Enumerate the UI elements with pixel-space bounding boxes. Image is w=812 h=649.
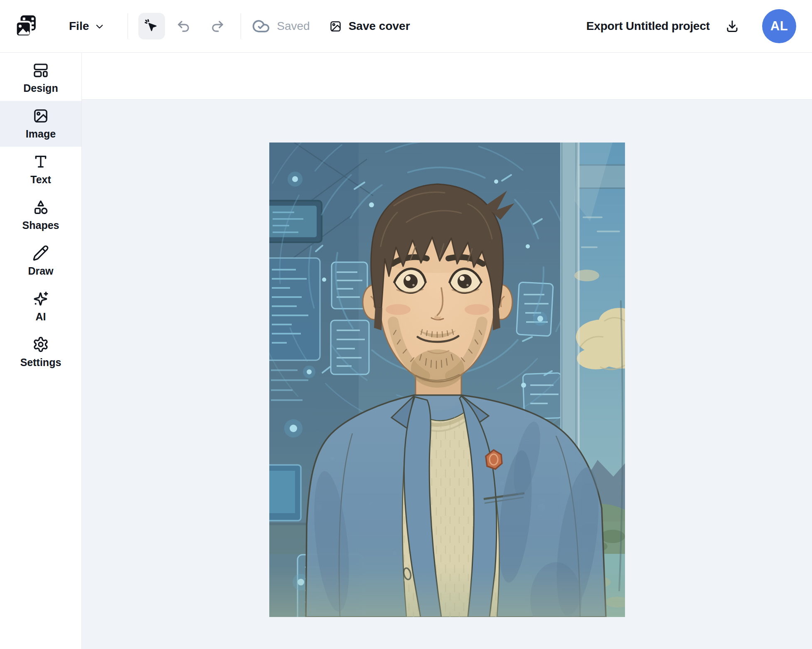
magic-cursor-icon xyxy=(144,19,159,34)
text-icon xyxy=(32,153,49,170)
image-editor-app: File xyxy=(0,0,812,649)
cover-image-icon xyxy=(329,20,342,33)
undo-button[interactable] xyxy=(170,13,197,39)
sidebar-item-label: AI xyxy=(36,311,46,323)
sidebar-item-image[interactable]: Image xyxy=(0,101,81,147)
top-toolbar: File xyxy=(0,0,812,53)
canvas-image[interactable] xyxy=(269,143,625,617)
toolbar-divider xyxy=(128,13,128,39)
context-toolbar xyxy=(82,53,812,100)
export-project-button[interactable]: Export Untitled project xyxy=(586,20,710,33)
sidebar-item-label: Text xyxy=(30,174,51,186)
editor-canvas[interactable] xyxy=(82,100,812,649)
chevron-down-icon xyxy=(94,21,105,32)
design-icon xyxy=(32,62,49,79)
sidebar-item-label: Settings xyxy=(20,356,62,369)
sidebar-item-label: Design xyxy=(23,82,58,94)
save-status-label: Saved xyxy=(277,20,310,33)
sidebar-item-label: Image xyxy=(26,128,56,140)
sidebar-item-draw[interactable]: Draw xyxy=(0,238,81,284)
image-icon xyxy=(32,108,49,124)
sidebar-item-ai[interactable]: AI xyxy=(0,284,81,329)
avatar-initials: AL xyxy=(770,19,788,34)
file-menu-label: File xyxy=(69,20,89,33)
toolbar-divider xyxy=(241,13,241,39)
settings-gear-icon xyxy=(32,336,49,353)
redo-icon xyxy=(210,19,225,34)
app-logo-icon[interactable] xyxy=(15,15,37,37)
sidebar-item-label: Draw xyxy=(28,265,53,277)
user-avatar[interactable]: AL xyxy=(762,9,796,43)
undo-icon xyxy=(176,19,191,34)
file-menu-button[interactable]: File xyxy=(69,20,105,33)
sidebar-item-design[interactable]: Design xyxy=(0,55,81,101)
download-button[interactable] xyxy=(719,13,746,39)
portrait-illustration xyxy=(269,143,625,617)
draw-icon xyxy=(32,245,49,261)
topbar-right-group: Export Untitled project AL xyxy=(586,9,796,43)
sidebar-item-text[interactable]: Text xyxy=(0,147,81,192)
save-cover-label: Save cover xyxy=(349,20,410,33)
smart-select-tool-button[interactable] xyxy=(138,13,165,39)
sidebar-item-label: Shapes xyxy=(22,219,59,231)
shapes-icon xyxy=(32,199,49,216)
editor-main xyxy=(82,53,812,649)
download-icon xyxy=(725,19,740,34)
tools-sidebar: Design Image Text Shapes xyxy=(0,53,82,649)
ai-sparkle-icon xyxy=(32,290,49,307)
cloud-check-icon xyxy=(252,17,270,35)
sidebar-item-shapes[interactable]: Shapes xyxy=(0,192,81,238)
sidebar-item-settings[interactable]: Settings xyxy=(0,329,81,375)
save-status: Saved xyxy=(252,17,310,35)
save-cover-button[interactable]: Save cover xyxy=(329,20,410,33)
redo-button[interactable] xyxy=(204,13,231,39)
